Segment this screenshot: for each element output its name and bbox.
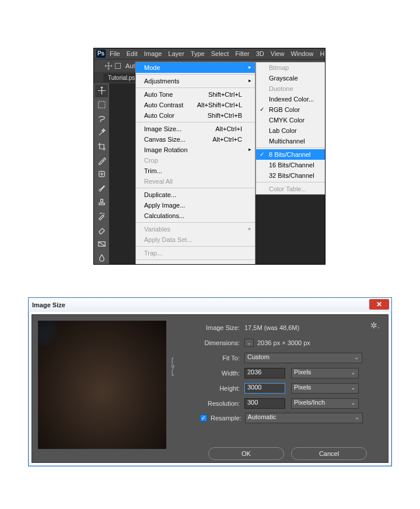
dialog-title: Image Size [32, 301, 65, 308]
menu-item-crop: Crop [136, 155, 255, 166]
width-input[interactable]: 2036 [244, 368, 285, 378]
close-icon[interactable]: ✕ [369, 299, 389, 310]
resolution-input[interactable]: 300 [244, 398, 285, 409]
fit-to-label: Fit To: [176, 354, 244, 361]
image-menu: Mode Adjustments Auto ToneShift+Ctrl+L A… [135, 62, 256, 265]
menu-bar: Ps File Edit Image Layer Type Select Fil… [94, 48, 325, 59]
eyedropper-tool-icon[interactable] [95, 154, 108, 167]
menu-type[interactable]: Type [188, 48, 207, 59]
auto-select-checkbox[interactable] [115, 63, 121, 69]
constrain-proportions-icon[interactable]: ⚲ [169, 358, 177, 381]
menu-item-duplicate[interactable]: Duplicate... [136, 189, 255, 200]
resample-select[interactable]: Automatic [245, 413, 363, 423]
move-tool-icon[interactable] [95, 85, 108, 97]
mode-item-color-table: Color Table... [256, 184, 326, 194]
menu-item-mode[interactable]: Mode [136, 62, 255, 73]
width-unit-select[interactable]: Pixels [291, 368, 359, 378]
menu-item-trap: Trap... [136, 248, 255, 258]
mode-item-8-bits[interactable]: 8 Bits/Channel [256, 149, 326, 160]
eraser-tool-icon[interactable] [95, 223, 108, 236]
menu-item-reveal-all: Reveal All [136, 176, 255, 187]
menu-edit[interactable]: Edit [124, 48, 140, 59]
height-input[interactable]: 3000 [244, 383, 285, 394]
move-tool-icon [104, 62, 113, 70]
menu-help[interactable]: Help [318, 48, 326, 59]
fit-to-select[interactable]: Custom [244, 353, 362, 363]
brush-tool-icon[interactable] [95, 182, 108, 195]
height-label: Height: [176, 385, 244, 392]
mode-item-indexed-color[interactable]: Indexed Color... [256, 94, 326, 104]
mode-item-rgb-color[interactable]: RGB Color [256, 104, 326, 115]
image-size-value: 17,5M (was 48,6M) [244, 324, 299, 331]
mode-item-16-bits[interactable]: 16 Bits/Channel [256, 160, 326, 170]
menu-view[interactable]: View [268, 48, 287, 59]
marquee-tool-icon[interactable] [95, 99, 108, 111]
resample-label: Resample: [211, 415, 242, 422]
menu-3d[interactable]: 3D [254, 48, 267, 59]
history-brush-icon[interactable] [95, 210, 108, 223]
menu-select[interactable]: Select [209, 48, 232, 59]
menu-item-variables: Variables [136, 224, 255, 234]
menu-item-apply-image[interactable]: Apply Image... [136, 200, 255, 210]
resolution-unit-select[interactable]: Pixels/Inch [291, 398, 359, 409]
dimensions-unit-dropdown[interactable]: ⌄ [244, 339, 254, 347]
ps-logo-icon: Ps [96, 50, 106, 58]
cancel-button[interactable]: Cancel [291, 447, 367, 460]
mode-submenu: Bitmap Grayscale Duotone Indexed Color..… [256, 62, 326, 195]
resample-checkbox[interactable]: ✓ [200, 415, 207, 422]
dimensions-label: Dimensions: [176, 339, 244, 346]
menu-item-analysis[interactable]: Analysis [136, 261, 255, 265]
menu-item-auto-contrast[interactable]: Auto ContrastAlt+Shift+Ctrl+L [136, 100, 255, 110]
menu-filter[interactable]: Filter [233, 48, 251, 59]
wand-tool-icon[interactable] [95, 127, 108, 139]
mode-item-cmyk-color[interactable]: CMYK Color [256, 115, 326, 125]
photoshop-window: Ps File Edit Image Layer Type Select Fil… [93, 48, 326, 265]
menu-window[interactable]: Window [288, 48, 316, 59]
mode-item-multichannel[interactable]: Multichannel [256, 136, 326, 146]
menu-item-calculations[interactable]: Calculations... [136, 210, 255, 221]
menu-item-trim[interactable]: Trim... [136, 166, 255, 176]
mode-item-bitmap: Bitmap [256, 62, 326, 73]
svg-rect-0 [98, 101, 104, 108]
image-size-label: Image Size: [176, 324, 244, 331]
stamp-tool-icon[interactable] [95, 196, 108, 209]
mode-item-duotone: Duotone [256, 83, 326, 94]
menu-item-canvas-size[interactable]: Canvas Size...Alt+Ctrl+C [136, 134, 255, 145]
mode-item-lab-color[interactable]: Lab Color [256, 125, 326, 136]
menu-file[interactable]: File [107, 48, 123, 59]
blur-tool-icon[interactable] [95, 251, 108, 264]
menu-item-auto-color[interactable]: Auto ColorShift+Ctrl+B [136, 110, 255, 121]
document-tab[interactable]: Tutorial.ps [103, 73, 139, 82]
gear-icon[interactable]: ✲. [370, 321, 381, 331]
dialog-form: ✲. Image Size: 17,5M (was 48,6M) Dimensi… [176, 321, 381, 457]
crop-tool-icon[interactable] [95, 140, 108, 153]
resolution-label: Resolution: [176, 400, 244, 407]
menu-image[interactable]: Image [142, 48, 164, 59]
tool-palette [94, 83, 109, 264]
menu-item-image-size[interactable]: Image Size...Alt+Ctrl+I [136, 124, 255, 134]
dialog-title-bar: Image Size ✕ [29, 298, 391, 312]
menu-item-apply-data-set: Apply Data Set... [136, 234, 255, 245]
menu-item-adjustments[interactable]: Adjustments [136, 76, 255, 86]
dialog-buttons: OK Cancel [176, 447, 381, 460]
mode-item-32-bits[interactable]: 32 Bits/Channel [256, 170, 326, 181]
image-size-dialog: Image Size ✕ ✲. Image Size: 17,5M (was 4… [28, 297, 392, 466]
menu-layer[interactable]: Layer [166, 48, 187, 59]
heal-tool-icon[interactable] [95, 168, 108, 181]
dimensions-value: 2036 px × 3000 px [257, 339, 310, 346]
width-label: Width: [176, 370, 244, 377]
gradient-tool-icon[interactable] [95, 237, 108, 250]
ok-button[interactable]: OK [208, 447, 284, 460]
image-preview [38, 321, 166, 449]
menu-item-image-rotation[interactable]: Image Rotation [136, 145, 255, 155]
mode-item-grayscale[interactable]: Grayscale [256, 73, 326, 83]
lasso-tool-icon[interactable] [95, 113, 108, 125]
menu-item-auto-tone[interactable]: Auto ToneShift+Ctrl+L [136, 89, 255, 100]
dialog-body: ✲. Image Size: 17,5M (was 48,6M) Dimensi… [32, 314, 388, 463]
height-unit-select[interactable]: Pixels [291, 383, 359, 394]
